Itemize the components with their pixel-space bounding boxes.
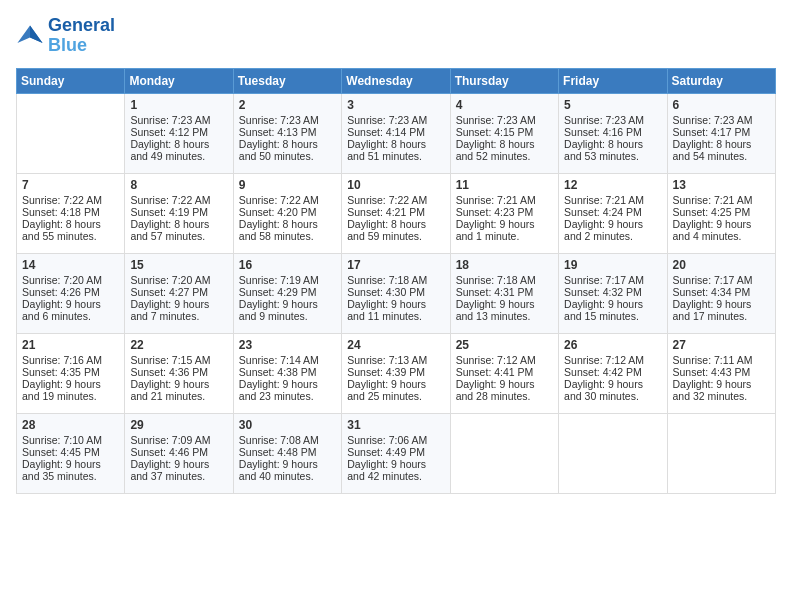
col-header-tuesday: Tuesday [233, 68, 341, 93]
sunrise-text: Sunrise: 7:19 AM [239, 274, 336, 286]
sunrise-text: Sunrise: 7:20 AM [22, 274, 119, 286]
daylight-text: Daylight: 9 hours and 35 minutes. [22, 458, 119, 482]
daylight-text: Daylight: 8 hours and 54 minutes. [673, 138, 770, 162]
calendar-cell: 28Sunrise: 7:10 AMSunset: 4:45 PMDayligh… [17, 413, 125, 493]
calendar-cell: 3Sunrise: 7:23 AMSunset: 4:14 PMDaylight… [342, 93, 450, 173]
sunset-text: Sunset: 4:21 PM [347, 206, 444, 218]
daylight-text: Daylight: 9 hours and 42 minutes. [347, 458, 444, 482]
day-number: 30 [239, 418, 336, 432]
sunrise-text: Sunrise: 7:23 AM [130, 114, 227, 126]
daylight-text: Daylight: 9 hours and 13 minutes. [456, 298, 553, 322]
calendar-cell: 6Sunrise: 7:23 AMSunset: 4:17 PMDaylight… [667, 93, 775, 173]
day-number: 28 [22, 418, 119, 432]
daylight-text: Daylight: 9 hours and 4 minutes. [673, 218, 770, 242]
calendar-cell: 14Sunrise: 7:20 AMSunset: 4:26 PMDayligh… [17, 253, 125, 333]
calendar-cell: 22Sunrise: 7:15 AMSunset: 4:36 PMDayligh… [125, 333, 233, 413]
sunrise-text: Sunrise: 7:14 AM [239, 354, 336, 366]
daylight-text: Daylight: 8 hours and 53 minutes. [564, 138, 661, 162]
calendar-cell [667, 413, 775, 493]
day-number: 15 [130, 258, 227, 272]
daylight-text: Daylight: 9 hours and 1 minute. [456, 218, 553, 242]
calendar-cell: 7Sunrise: 7:22 AMSunset: 4:18 PMDaylight… [17, 173, 125, 253]
daylight-text: Daylight: 8 hours and 52 minutes. [456, 138, 553, 162]
day-number: 18 [456, 258, 553, 272]
day-number: 22 [130, 338, 227, 352]
logo-icon [16, 22, 44, 50]
calendar-cell: 31Sunrise: 7:06 AMSunset: 4:49 PMDayligh… [342, 413, 450, 493]
calendar-cell: 13Sunrise: 7:21 AMSunset: 4:25 PMDayligh… [667, 173, 775, 253]
logo-text: General Blue [48, 16, 115, 56]
sunset-text: Sunset: 4:45 PM [22, 446, 119, 458]
sunset-text: Sunset: 4:19 PM [130, 206, 227, 218]
daylight-text: Daylight: 8 hours and 58 minutes. [239, 218, 336, 242]
sunrise-text: Sunrise: 7:06 AM [347, 434, 444, 446]
col-header-saturday: Saturday [667, 68, 775, 93]
sunset-text: Sunset: 4:32 PM [564, 286, 661, 298]
calendar-cell: 5Sunrise: 7:23 AMSunset: 4:16 PMDaylight… [559, 93, 667, 173]
daylight-text: Daylight: 8 hours and 51 minutes. [347, 138, 444, 162]
day-number: 17 [347, 258, 444, 272]
calendar-cell: 21Sunrise: 7:16 AMSunset: 4:35 PMDayligh… [17, 333, 125, 413]
day-number: 19 [564, 258, 661, 272]
day-number: 21 [22, 338, 119, 352]
daylight-text: Daylight: 9 hours and 25 minutes. [347, 378, 444, 402]
sunset-text: Sunset: 4:24 PM [564, 206, 661, 218]
daylight-text: Daylight: 9 hours and 32 minutes. [673, 378, 770, 402]
sunrise-text: Sunrise: 7:17 AM [673, 274, 770, 286]
calendar-cell: 19Sunrise: 7:17 AMSunset: 4:32 PMDayligh… [559, 253, 667, 333]
sunset-text: Sunset: 4:20 PM [239, 206, 336, 218]
sunset-text: Sunset: 4:25 PM [673, 206, 770, 218]
day-number: 12 [564, 178, 661, 192]
sunset-text: Sunset: 4:18 PM [22, 206, 119, 218]
sunset-text: Sunset: 4:27 PM [130, 286, 227, 298]
calendar-cell: 20Sunrise: 7:17 AMSunset: 4:34 PMDayligh… [667, 253, 775, 333]
day-number: 5 [564, 98, 661, 112]
svg-marker-1 [30, 25, 43, 43]
calendar-cell: 1Sunrise: 7:23 AMSunset: 4:12 PMDaylight… [125, 93, 233, 173]
sunset-text: Sunset: 4:36 PM [130, 366, 227, 378]
day-number: 3 [347, 98, 444, 112]
calendar-cell: 4Sunrise: 7:23 AMSunset: 4:15 PMDaylight… [450, 93, 558, 173]
sunset-text: Sunset: 4:16 PM [564, 126, 661, 138]
sunrise-text: Sunrise: 7:16 AM [22, 354, 119, 366]
sunrise-text: Sunrise: 7:23 AM [347, 114, 444, 126]
calendar-cell: 11Sunrise: 7:21 AMSunset: 4:23 PMDayligh… [450, 173, 558, 253]
daylight-text: Daylight: 9 hours and 2 minutes. [564, 218, 661, 242]
sunrise-text: Sunrise: 7:18 AM [456, 274, 553, 286]
col-header-wednesday: Wednesday [342, 68, 450, 93]
sunrise-text: Sunrise: 7:13 AM [347, 354, 444, 366]
sunset-text: Sunset: 4:34 PM [673, 286, 770, 298]
sunrise-text: Sunrise: 7:10 AM [22, 434, 119, 446]
day-number: 13 [673, 178, 770, 192]
col-header-sunday: Sunday [17, 68, 125, 93]
sunset-text: Sunset: 4:42 PM [564, 366, 661, 378]
sunrise-text: Sunrise: 7:23 AM [239, 114, 336, 126]
col-header-thursday: Thursday [450, 68, 558, 93]
sunset-text: Sunset: 4:13 PM [239, 126, 336, 138]
sunrise-text: Sunrise: 7:23 AM [673, 114, 770, 126]
calendar-cell: 26Sunrise: 7:12 AMSunset: 4:42 PMDayligh… [559, 333, 667, 413]
sunrise-text: Sunrise: 7:23 AM [456, 114, 553, 126]
sunrise-text: Sunrise: 7:11 AM [673, 354, 770, 366]
calendar-cell: 27Sunrise: 7:11 AMSunset: 4:43 PMDayligh… [667, 333, 775, 413]
day-number: 6 [673, 98, 770, 112]
daylight-text: Daylight: 9 hours and 17 minutes. [673, 298, 770, 322]
sunset-text: Sunset: 4:31 PM [456, 286, 553, 298]
col-header-friday: Friday [559, 68, 667, 93]
sunrise-text: Sunrise: 7:22 AM [239, 194, 336, 206]
day-number: 31 [347, 418, 444, 432]
daylight-text: Daylight: 9 hours and 11 minutes. [347, 298, 444, 322]
calendar-cell: 8Sunrise: 7:22 AMSunset: 4:19 PMDaylight… [125, 173, 233, 253]
sunrise-text: Sunrise: 7:17 AM [564, 274, 661, 286]
sunset-text: Sunset: 4:29 PM [239, 286, 336, 298]
daylight-text: Daylight: 9 hours and 19 minutes. [22, 378, 119, 402]
sunset-text: Sunset: 4:26 PM [22, 286, 119, 298]
sunrise-text: Sunrise: 7:18 AM [347, 274, 444, 286]
calendar-cell: 29Sunrise: 7:09 AMSunset: 4:46 PMDayligh… [125, 413, 233, 493]
day-number: 8 [130, 178, 227, 192]
sunset-text: Sunset: 4:48 PM [239, 446, 336, 458]
calendar-table: SundayMondayTuesdayWednesdayThursdayFrid… [16, 68, 776, 494]
day-number: 23 [239, 338, 336, 352]
daylight-text: Daylight: 9 hours and 7 minutes. [130, 298, 227, 322]
day-number: 27 [673, 338, 770, 352]
